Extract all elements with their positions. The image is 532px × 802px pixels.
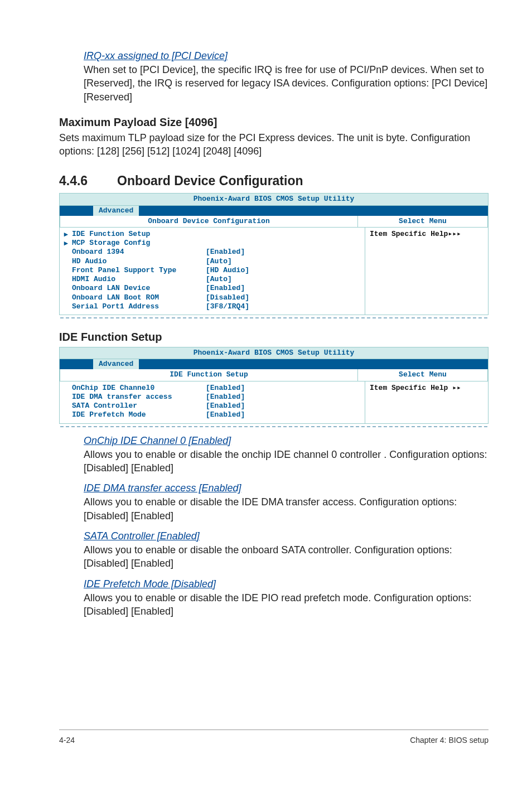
bios1-row-value[interactable]: [3F8/IRQ4] — [206, 302, 360, 311]
desc-text: Allows you to enable or disable the onch… — [84, 448, 489, 475]
bios-onboard-device-config: Phoenix-Award BIOS CMOS Setup Utility Ad… — [59, 193, 489, 315]
bios2-row-label[interactable]: IDE DMA transfer access — [72, 393, 206, 402]
bios1-row-value[interactable]: [Disabled] — [206, 293, 360, 302]
max-payload-heading: Maximum Payload Size [4096] — [59, 116, 489, 129]
bios1-content-left: ▸IDE Function Setup ▸MCP Storage Config … — [60, 228, 365, 315]
bios1-row-value[interactable]: [Enabled] — [206, 284, 360, 293]
bios2-title: Phoenix-Award BIOS CMOS Setup Utility — [60, 347, 488, 359]
bios1-help-panel: Item Specific Help▸▸▸ — [365, 228, 488, 315]
bios2-row-value[interactable]: [Enabled] — [206, 384, 360, 393]
bios2-subheader-right: Select Menu — [358, 369, 488, 381]
cutoff-divider — [60, 426, 487, 427]
bios1-tab-advanced[interactable]: Advanced — [93, 206, 139, 216]
bios1-row-label[interactable]: Onboard LAN Boot ROM — [72, 293, 206, 302]
section-number: 4.4.6 — [59, 173, 117, 189]
bios2-row-label[interactable]: IDE Prefetch Mode — [72, 410, 206, 419]
irq-heading: IRQ-xx assigned to [PCI Device] — [84, 50, 489, 62]
bios1-row-value[interactable]: [Enabled] — [206, 248, 360, 257]
bios2-row-value[interactable]: [Enabled] — [206, 410, 360, 419]
bios1-row-label[interactable]: HDMI Audio — [72, 275, 206, 284]
bios2-help-panel: Item Specific Help ▸▸ — [365, 381, 488, 423]
bios1-row-label[interactable]: Onboard 1394 — [72, 248, 206, 257]
desc-heading: IDE Prefetch Mode [Disabled] — [84, 578, 489, 590]
bios1-row-value[interactable]: [Auto] — [206, 275, 360, 284]
cutoff-divider — [60, 317, 487, 318]
bios1-row-label[interactable]: Onboard LAN Device — [72, 284, 206, 293]
ide-function-setup-heading: IDE Function Setup — [59, 331, 489, 344]
desc-text: Allows you to enable or disable the onbo… — [84, 543, 489, 571]
bios2-subheader-left: IDE Function Setup — [60, 369, 358, 381]
bios2-row-label[interactable]: SATA Controller — [72, 402, 206, 410]
footer-page-number: 4-24 — [59, 736, 75, 745]
bios-ide-function-setup: Phoenix-Award BIOS CMOS Setup Utility Ad… — [59, 347, 489, 424]
triangle-right-icon: ▸ — [64, 230, 72, 239]
bios1-row-value — [206, 239, 360, 248]
section-title: Onboard Device Configuration — [117, 173, 303, 188]
desc-text: Allows you to enable or disable the IDE … — [84, 591, 489, 619]
bios1-subheader-left: Onboard Device Configuration — [60, 216, 358, 228]
irq-text: When set to [PCI Device], the specific I… — [84, 63, 489, 104]
bios1-row-value[interactable]: [HD Audio] — [206, 266, 360, 275]
bios2-tab-advanced[interactable]: Advanced — [93, 359, 139, 369]
desc-heading: SATA Controller [Enabled] — [84, 530, 489, 542]
bios2-tab-row: Advanced — [60, 359, 488, 369]
bios1-tab-row: Advanced — [60, 206, 488, 216]
triangle-right-icon: ▸ — [64, 239, 72, 248]
bios1-row-label[interactable]: MCP Storage Config — [72, 239, 206, 248]
bios2-content-left: OnChip IDE Channel0[Enabled] IDE DMA tra… — [60, 381, 365, 423]
bios1-row-label[interactable]: Front Panel Support Type — [72, 266, 206, 275]
desc-heading: IDE DMA transfer access [Enabled] — [84, 482, 489, 494]
desc-heading: OnChip IDE Channel 0 [Enabled] — [84, 435, 489, 447]
bios1-row-value — [206, 230, 360, 239]
max-payload-text: Sets maximum TLP payload size for the PC… — [59, 131, 489, 158]
bios2-row-label[interactable]: OnChip IDE Channel0 — [72, 384, 206, 393]
bios1-row-label[interactable]: IDE Function Setup — [72, 230, 206, 239]
bios1-row-label[interactable]: Serial Port1 Address — [72, 302, 206, 311]
footer-chapter: Chapter 4: BIOS setup — [410, 736, 489, 745]
bios1-row-value[interactable]: [Auto] — [206, 257, 360, 266]
bios1-subheader-right: Select Menu — [358, 216, 488, 228]
bios1-title: Phoenix-Award BIOS CMOS Setup Utility — [60, 194, 488, 205]
bios2-row-value[interactable]: [Enabled] — [206, 402, 360, 410]
bios2-row-value[interactable]: [Enabled] — [206, 393, 360, 402]
section-heading: 4.4.6Onboard Device Configuration — [59, 173, 489, 189]
bios1-row-label[interactable]: HD Audio — [72, 257, 206, 266]
page-footer: 4-24 Chapter 4: BIOS setup — [59, 729, 489, 745]
desc-text: Allows you to enable or disable the IDE … — [84, 495, 489, 523]
